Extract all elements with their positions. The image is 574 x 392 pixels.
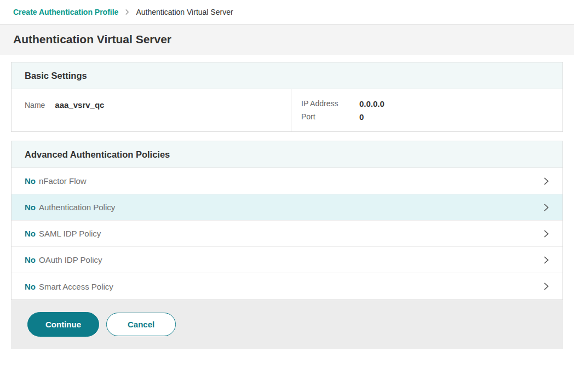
main-content: Basic Settings Name aaa_vsrv_qc IP Addre…	[0, 55, 574, 300]
chevron-right-icon	[542, 177, 550, 186]
action-bar: Continue Cancel	[11, 300, 563, 349]
name-label: Name	[25, 101, 45, 109]
breadcrumb-current-page: Authentication Virtual Server	[136, 8, 233, 16]
continue-button[interactable]: Continue	[27, 312, 99, 337]
ip-address-label: IP Address	[301, 99, 352, 108]
chevron-right-icon	[542, 203, 550, 212]
policy-count: No	[25, 176, 36, 186]
chevron-right-icon	[542, 229, 550, 238]
breadcrumb: Create Authentication Profile Authentica…	[0, 0, 574, 25]
policy-row-smart-access-policy[interactable]: No Smart Access Policy	[12, 273, 562, 299]
policy-count: No	[25, 229, 36, 238]
advanced-policies-title: Advanced Authentication Policies	[25, 149, 170, 160]
address-fields: IP Address 0.0.0.0 Port 0	[291, 89, 562, 131]
chevron-right-icon	[542, 256, 550, 264]
chevron-right-icon	[124, 9, 130, 15]
policy-label: Smart Access Policy	[39, 282, 113, 291]
policy-count: No	[25, 203, 36, 212]
port-value: 0	[359, 112, 553, 122]
policy-count: No	[25, 255, 36, 264]
policy-label: Authentication Policy	[39, 203, 115, 212]
policy-label: nFactor Flow	[39, 176, 87, 186]
cancel-button[interactable]: Cancel	[106, 313, 176, 336]
name-value: aaa_vsrv_qc	[55, 100, 104, 109]
policy-label: SAML IDP Policy	[39, 229, 101, 238]
name-field: Name aaa_vsrv_qc	[12, 89, 291, 131]
basic-settings-card: Basic Settings Name aaa_vsrv_qc IP Addre…	[11, 62, 563, 132]
page-title: Authentication Virtual Server	[13, 33, 561, 46]
policy-row-saml-idp-policy[interactable]: No SAML IDP Policy	[12, 221, 562, 247]
basic-settings-body: Name aaa_vsrv_qc IP Address 0.0.0.0 Port…	[12, 89, 562, 131]
port-label: Port	[301, 112, 352, 122]
ip-address-value: 0.0.0.0	[359, 99, 553, 108]
policy-row-authentication-policy[interactable]: No Authentication Policy	[12, 194, 562, 221]
policy-row-oauth-idp-policy[interactable]: No OAuth IDP Policy	[12, 247, 562, 273]
advanced-policies-header: Advanced Authentication Policies	[12, 141, 562, 168]
basic-settings-title: Basic Settings	[25, 71, 87, 81]
policy-label: OAuth IDP Policy	[39, 255, 102, 264]
policy-row-nfactor-flow[interactable]: No nFactor Flow	[12, 168, 562, 194]
breadcrumb-link-create-authentication-profile[interactable]: Create Authentication Profile	[13, 8, 118, 16]
basic-settings-header: Basic Settings	[12, 62, 562, 89]
advanced-policies-card: Advanced Authentication Policies No nFac…	[11, 141, 563, 300]
policy-count: No	[25, 282, 36, 291]
app-window: Create Authentication Profile Authentica…	[0, 0, 574, 392]
chevron-right-icon	[542, 282, 550, 291]
page-header: Authentication Virtual Server	[0, 25, 574, 55]
